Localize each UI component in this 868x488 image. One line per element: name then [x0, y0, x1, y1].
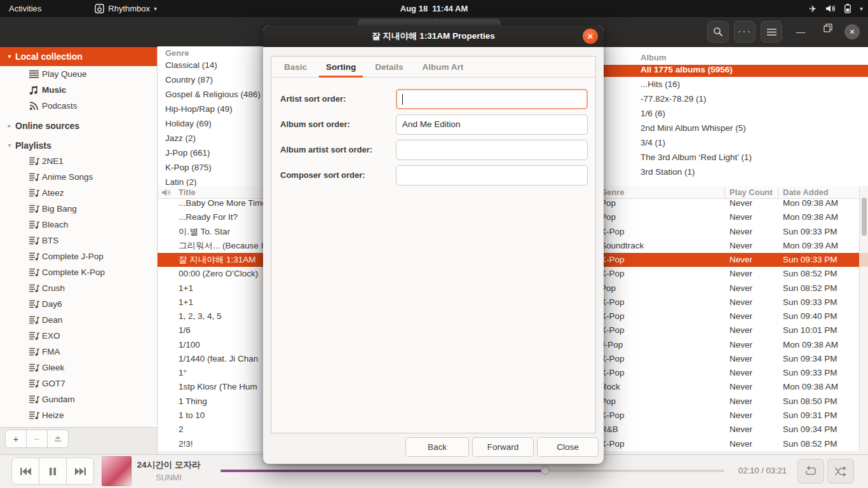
- track-title-cell: 1/6: [179, 323, 191, 337]
- sidebar-playlist-complete-k-pop[interactable]: Complete K-Pop: [0, 264, 157, 280]
- track-genre-cell: K-Pop: [600, 366, 625, 380]
- track-genre-cell: K-Pop: [600, 409, 625, 423]
- column-header-play-count[interactable]: Play Count: [729, 186, 776, 199]
- playlist-icon: [29, 411, 42, 419]
- album-item-the-3rd-album-red-light-1[interactable]: The 3rd Album ‘Red Light’ (1): [604, 150, 868, 165]
- text-caret: [402, 94, 403, 105]
- dialog-titlebar[interactable]: 잘 지내야해 1:31AM Properties ✕: [263, 25, 604, 47]
- chevron-down-icon: ▾: [4, 53, 15, 60]
- restore-icon: [824, 24, 832, 32]
- sidebar-playlist-big-bang[interactable]: Big Bang: [0, 201, 157, 217]
- input-album-artist-sort-order[interactable]: [396, 140, 588, 160]
- track-genre-cell: K-Pop: [600, 352, 625, 366]
- sidebar-item-music[interactable]: Music: [0, 82, 157, 98]
- volume-icon: [825, 4, 836, 13]
- tab-sorting[interactable]: Sorting: [326, 57, 356, 78]
- tab-details[interactable]: Details: [375, 57, 403, 78]
- input-album-sort-order[interactable]: And Me Edition: [396, 114, 588, 135]
- track-title-cell: ...Ready For It?: [179, 210, 238, 224]
- shuffle-button[interactable]: [827, 459, 854, 484]
- clock[interactable]: Aug 18 11:44 AM: [0, 4, 868, 13]
- column-header-date-added[interactable]: Date Added: [783, 186, 829, 199]
- playlist-label: EXO: [42, 331, 60, 341]
- track-title-cell: 그리워서... (Because I: [179, 239, 264, 253]
- column-header-title[interactable]: Title: [179, 186, 196, 199]
- input-artist-sort-order[interactable]: [396, 89, 588, 109]
- close-button[interactable]: Close: [537, 437, 599, 457]
- track-date-added-cell: Mon 09:38 AM: [783, 210, 838, 224]
- sidebar-section-local-collection[interactable]: ▾ Local collection: [0, 46, 157, 66]
- track-title-cell: 1, 2, 3, 4, 5: [179, 309, 222, 323]
- search-button[interactable]: [707, 21, 729, 43]
- scrollbar-thumb[interactable]: [862, 198, 867, 236]
- playlist-icon: [29, 363, 42, 372]
- sidebar-playlist-ateez[interactable]: Ateez: [0, 185, 157, 201]
- window-close-button[interactable]: ×: [844, 24, 860, 39]
- sidebar-playlist-gundam[interactable]: Gundam: [0, 391, 157, 407]
- sidebar-playlist-fma[interactable]: FMA: [0, 344, 157, 360]
- sidebar-playlist-bts[interactable]: BTS: [0, 233, 157, 248]
- album-item-3-4-1[interactable]: 3/4 (1): [604, 135, 868, 150]
- sidebar-playlist-anime-songs[interactable]: Anime Songs: [0, 169, 157, 185]
- sidebar-section-playlists[interactable]: ▾ Playlists: [0, 137, 157, 153]
- sidebar-item-label: Play Queue: [42, 69, 87, 79]
- playlist-label: Gundam: [42, 395, 75, 404]
- pause-icon: [49, 467, 57, 476]
- track-date-added-cell: Mon 09:39 AM: [783, 239, 838, 253]
- input-composer-sort-order[interactable]: [396, 165, 588, 186]
- playlist-label: Day6: [42, 299, 62, 309]
- next-button[interactable]: [66, 458, 94, 485]
- album-pane-header[interactable]: Album: [604, 51, 868, 65]
- playlist-icon: [29, 189, 42, 197]
- track-date-added-cell: Sun 09:34 PM: [783, 423, 837, 437]
- eject-button[interactable]: [47, 430, 69, 448]
- sidebar-playlist-gleek[interactable]: Gleek: [0, 360, 157, 376]
- dialog-tabs: BasicSortingDetailsAlbum Art: [271, 57, 595, 78]
- sidebar-item-label: Podcasts: [42, 101, 78, 111]
- sidebar-item-podcasts[interactable]: Podcasts: [0, 98, 157, 114]
- column-header-genre[interactable]: Genre: [600, 186, 625, 199]
- album-item-3rd-station-1[interactable]: 3rd Station (1): [604, 165, 868, 179]
- tracklist-scrollbar[interactable]: [859, 186, 868, 451]
- tab-album-art[interactable]: Album Art: [423, 57, 464, 78]
- seek-handle[interactable]: [541, 466, 550, 475]
- previous-icon: [20, 467, 32, 476]
- add-playlist-button[interactable]: +: [5, 430, 27, 448]
- sidebar-item-play-queue[interactable]: Play Queue: [0, 66, 157, 82]
- track-title-cell: 2: [179, 423, 184, 437]
- menu-button[interactable]: [761, 21, 782, 43]
- sidebar-playlist-heize[interactable]: Heize: [0, 407, 157, 423]
- dialog-title: 잘 지내야해 1:31AM Properties: [372, 30, 495, 42]
- sidebar-playlist-complete-j-pop[interactable]: Complete J-Pop: [0, 248, 157, 264]
- sidebar-playlist-exo[interactable]: EXO: [0, 328, 157, 344]
- previous-button[interactable]: [11, 458, 39, 485]
- system-status-area[interactable]: ✈ ▾: [809, 0, 863, 17]
- forward-button[interactable]: Forward: [472, 437, 534, 457]
- sidebar-playlist-day6[interactable]: Day6: [0, 296, 157, 312]
- album-item-77-82x-78-29-1[interactable]: -77.82x-78.29 (1): [604, 92, 868, 106]
- more-options-button[interactable]: ···: [734, 21, 756, 43]
- playlist-icon: [29, 252, 42, 261]
- dialog-notebook: BasicSortingDetailsAlbum Art Artist sort…: [271, 56, 596, 433]
- repeat-button[interactable]: [797, 459, 824, 484]
- album-item-hits-16[interactable]: ...Hits (16): [604, 77, 868, 92]
- tab-basic[interactable]: Basic: [284, 57, 307, 78]
- minimize-button[interactable]: —: [796, 25, 805, 38]
- dialog-close-button[interactable]: ✕: [583, 29, 598, 44]
- sidebar-section-online-sources[interactable]: ▸ Online sources: [0, 118, 157, 133]
- album-item-1-6-6[interactable]: 1/6 (6): [604, 106, 868, 121]
- pause-button[interactable]: [39, 458, 67, 485]
- remove-playlist-button[interactable]: −: [26, 430, 48, 448]
- sidebar-playlist-got7[interactable]: GOT7: [0, 376, 157, 391]
- sidebar-playlist-dean[interactable]: Dean: [0, 312, 157, 328]
- sidebar-playlist-crush[interactable]: Crush: [0, 280, 157, 296]
- sidebar-playlist-bleach[interactable]: Bleach: [0, 217, 157, 233]
- back-button[interactable]: Back: [405, 437, 469, 457]
- track-date-added-cell: Sun 09:31 PM: [783, 409, 837, 423]
- track-title-cell: 1stp Klosr (The Hum: [179, 380, 257, 394]
- album-item-2nd-mini-album-whisper-5[interactable]: 2nd Mini Album Whisper (5): [604, 121, 868, 135]
- restore-button[interactable]: [824, 24, 832, 32]
- section-label: Online sources: [15, 121, 79, 131]
- seek-slider[interactable]: [220, 470, 724, 472]
- sidebar-playlist-2ne1[interactable]: 2NE1: [0, 153, 157, 169]
